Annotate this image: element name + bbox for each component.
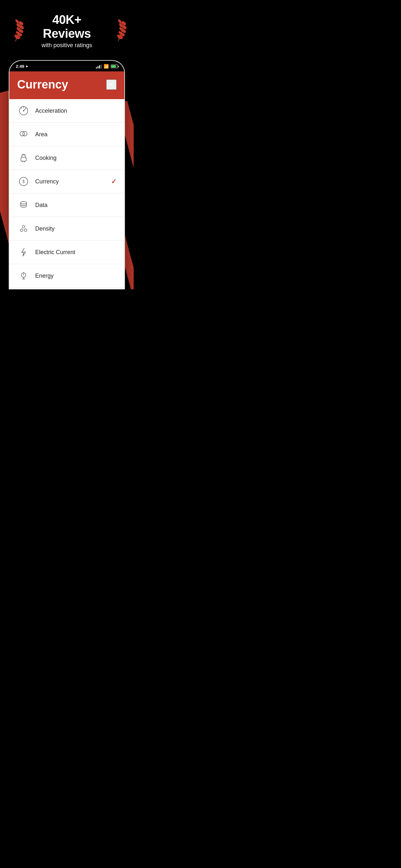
- svg-point-37: [22, 225, 25, 228]
- signal-icon: [96, 65, 102, 68]
- svg-point-26: [20, 131, 25, 136]
- list-item[interactable]: Energy: [9, 264, 124, 288]
- selected-checkmark: ✓: [111, 178, 117, 185]
- laurel-left-icon: [6, 17, 24, 45]
- menu-list: Acceleration Area: [9, 99, 124, 289]
- acceleration-label: Acceleration: [35, 107, 117, 114]
- status-bar: 2:49 ➤ 📶: [9, 61, 124, 71]
- status-time: 2:49 ➤: [16, 64, 28, 69]
- status-icons: 📶: [96, 64, 118, 69]
- electric-label: Electric Current: [35, 249, 117, 256]
- currency-label: Currency: [35, 178, 111, 185]
- density-label: Density: [35, 225, 117, 232]
- list-item[interactable]: Area: [9, 123, 124, 146]
- app-header: Currency ×: [9, 71, 124, 99]
- close-button[interactable]: ×: [106, 80, 117, 90]
- svg-text:$: $: [23, 179, 25, 184]
- svg-point-39: [24, 229, 27, 231]
- area-icon: [17, 128, 30, 141]
- battery-icon: [111, 65, 118, 68]
- svg-line-25: [26, 107, 26, 108]
- list-item[interactable]: Cooking: [9, 146, 124, 170]
- data-label: Data: [35, 202, 117, 209]
- energy-icon: [17, 269, 30, 282]
- area-label: Area: [35, 131, 117, 138]
- density-icon: [17, 222, 30, 235]
- laurel-row: 40K+ Reviews with positive ratings: [6, 13, 127, 49]
- list-item[interactable]: $ Currency ✓: [9, 170, 124, 193]
- svg-point-23: [23, 110, 24, 112]
- reviews-title: 40K+ Reviews: [27, 13, 106, 41]
- app-title: Currency: [17, 78, 68, 91]
- time-display: 2:49: [16, 64, 24, 69]
- acceleration-icon: [17, 104, 30, 117]
- cooking-icon: [17, 151, 30, 164]
- data-icon: [17, 198, 30, 212]
- svg-line-24: [21, 107, 22, 108]
- phone-mockup: 2:49 ➤ 📶 Currency ×: [9, 60, 125, 289]
- electric-icon: [17, 246, 30, 259]
- energy-label: Energy: [35, 273, 117, 279]
- list-item[interactable]: Electric Current: [9, 241, 124, 264]
- list-item[interactable]: Data: [9, 193, 124, 217]
- location-icon: ➤: [26, 65, 28, 68]
- svg-point-38: [20, 229, 23, 231]
- list-item[interactable]: Frequency: [9, 288, 124, 289]
- cooking-label: Cooking: [35, 155, 117, 161]
- list-item[interactable]: Acceleration: [9, 99, 124, 123]
- list-item[interactable]: Density: [9, 217, 124, 241]
- header-section: 40K+ Reviews with positive ratings: [0, 0, 134, 60]
- svg-point-36: [21, 202, 27, 204]
- wifi-icon: 📶: [104, 64, 109, 69]
- svg-point-27: [23, 131, 27, 136]
- svg-rect-28: [21, 157, 26, 161]
- currency-icon: $: [17, 175, 30, 188]
- reviews-subtitle: with positive ratings: [27, 42, 106, 49]
- laurel-right-icon: [110, 17, 127, 45]
